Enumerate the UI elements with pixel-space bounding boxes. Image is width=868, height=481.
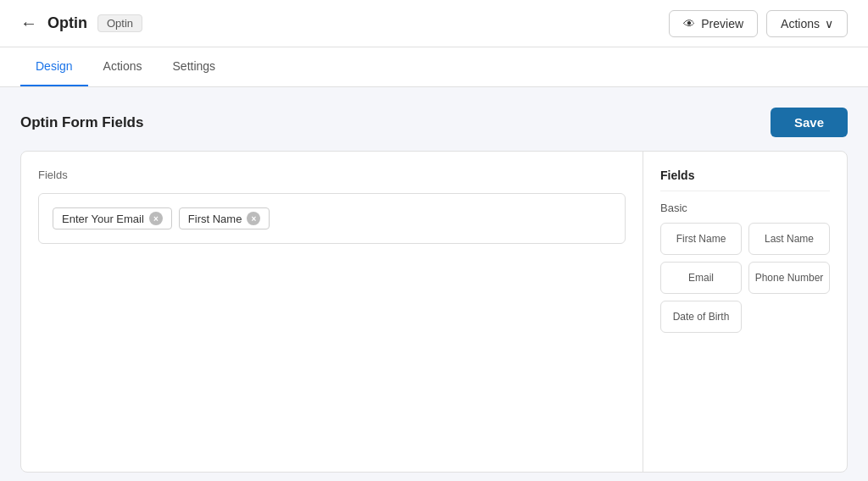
bottom-row: ➡ Add New Field (20, 473, 848, 481)
app-header: ← Optin Optin 👁 Preview Actions ∨ (0, 0, 868, 47)
save-button[interactable]: Save (771, 108, 848, 137)
header-badge: Optin (97, 14, 142, 32)
header-right: 👁 Preview Actions ∨ (669, 10, 848, 37)
back-button[interactable]: ← (20, 14, 37, 33)
tab-design[interactable]: Design (20, 47, 88, 86)
field-tag-email-remove[interactable]: × (149, 212, 163, 225)
actions-label: Actions (781, 17, 820, 30)
field-tag-email: Enter Your Email × (53, 207, 172, 229)
field-tag-email-label: Enter Your Email (62, 213, 144, 225)
field-option-lastname[interactable]: Last Name (748, 223, 830, 255)
field-option-email[interactable]: Email (660, 262, 742, 294)
basic-section-label: Basic (660, 202, 830, 214)
field-option-phone[interactable]: Phone Number (748, 262, 830, 294)
right-panel-title: Fields (660, 169, 830, 191)
header-title: Optin (47, 14, 87, 32)
back-icon: ← (20, 14, 37, 33)
tabs-bar: Design Actions Settings (0, 47, 868, 87)
right-panel: Fields Basic First Name Last Name Email … (643, 152, 847, 472)
section-title: Optin Form Fields (20, 114, 143, 131)
field-tag-firstname-label: First Name (188, 213, 242, 225)
fields-box: Enter Your Email × First Name × (38, 193, 626, 244)
preview-button[interactable]: 👁 Preview (669, 10, 758, 37)
field-option-dob[interactable]: Date of Birth (660, 301, 742, 333)
section-header: Optin Form Fields Save (20, 108, 848, 137)
form-fields-card: Fields Enter Your Email × First Name × F… (20, 151, 848, 473)
chevron-down-icon: ∨ (825, 17, 833, 30)
header-left: ← Optin Optin (20, 14, 142, 33)
preview-label: Preview (701, 17, 743, 30)
field-options-grid: First Name Last Name Email Phone Number (660, 223, 830, 294)
left-panel: Fields Enter Your Email × First Name × (21, 152, 643, 472)
field-option-firstname[interactable]: First Name (660, 223, 742, 255)
eye-icon: 👁 (683, 17, 695, 30)
field-tag-firstname: First Name × (179, 207, 270, 229)
main-content: Optin Form Fields Save Fields Enter Your… (0, 87, 868, 481)
fields-label: Fields (38, 169, 626, 181)
field-tag-firstname-remove[interactable]: × (247, 212, 260, 225)
actions-button[interactable]: Actions ∨ (766, 10, 848, 37)
tab-settings[interactable]: Settings (158, 47, 231, 86)
tab-actions[interactable]: Actions (88, 47, 158, 86)
